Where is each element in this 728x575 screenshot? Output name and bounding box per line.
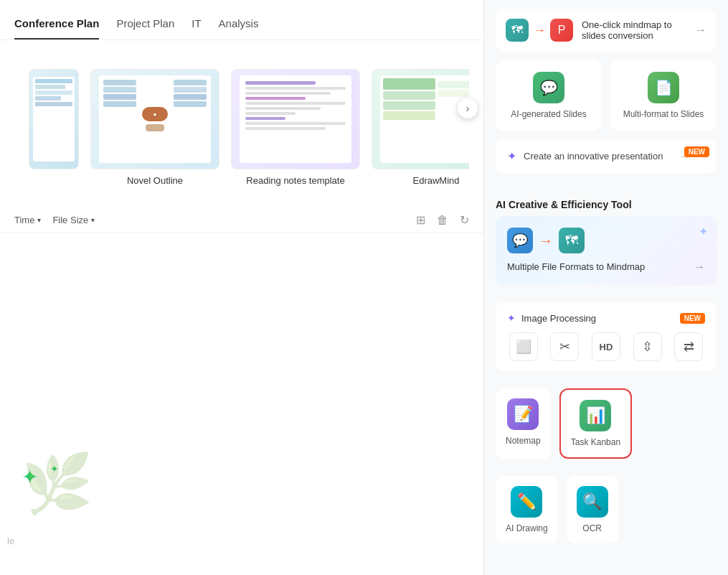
hd-icon[interactable]: HD (592, 332, 620, 361)
file-grid: ● Novel Outline (14, 55, 469, 200)
task-kanban-icon: 📊 (580, 400, 611, 431)
ai-section-title: AI Creative & Efficiency Tool (484, 190, 728, 216)
chat-icon: 💬 (507, 228, 533, 253)
remove-bg-icon[interactable]: ✂ (550, 332, 579, 361)
multiformat-slides-label: Multi-format to Slides (623, 109, 704, 119)
create-card-text: Create an innovative presentation (524, 151, 672, 162)
grid-view-icon[interactable]: ⊞ (416, 213, 425, 227)
toolbar: Time ▾ File Size ▾ ⊞ 🗑 ↻ (0, 207, 483, 233)
resize-icon[interactable]: ⇳ (633, 332, 662, 361)
ai-sparkle-icon: ✦ (507, 312, 516, 324)
notemap-label: Notemap (506, 436, 541, 446)
image-proc-icons: ⬜ ✂ HD ⇳ ⇄ (507, 332, 705, 361)
oneclick-arrow-icon: → (695, 24, 706, 37)
notemap-icon: 📝 (507, 398, 539, 430)
tab-it[interactable]: IT (192, 11, 201, 39)
tab-conference[interactable]: Conference Plan (14, 11, 99, 39)
list-item[interactable]: ● Novel Outline (90, 69, 219, 186)
multiformat-slides-icon: 📄 (648, 72, 679, 103)
right-panel: 🗺 → P One-click mindmap to slides conver… (484, 0, 728, 575)
oneclick-desc: One-click mindmap to slides conversion (582, 19, 686, 41)
image-processing-card: ✦ Image Processing NEW ⬜ ✂ HD ⇳ ⇄ (496, 302, 717, 371)
create-presentation-card[interactable]: ✦ Create an innovative presentation → NE… (496, 139, 717, 173)
task-kanban-label: Task Kanban (571, 437, 620, 447)
tab-project[interactable]: Project Plan (116, 11, 174, 39)
ai-drawing-card[interactable]: ✏️ AI Drawing (496, 476, 558, 543)
oneclick-mindmap-card[interactable]: 🗺 → P One-click mindmap to slides conver… (496, 9, 717, 52)
filesize-chevron-icon: ▾ (91, 216, 95, 224)
tab-bar: Conference Plan Project Plan IT Analysis (0, 0, 483, 40)
sparkle-corner-icon: ✦ (699, 225, 708, 238)
multiformat-icons-row: 💬 → 🗺 (507, 228, 705, 253)
empty-area: ✦ ✦ 🌿 le (0, 233, 483, 575)
multiformat-mindmap-card[interactable]: ✦ 💬 → 🗺 Multiple File Formats to Mindmap… (496, 216, 717, 285)
ai-slides-card[interactable]: 💬 AI-generated Slides (496, 60, 602, 131)
notemap-card[interactable]: 📝 Notemap (496, 388, 551, 459)
filesize-sort[interactable]: File Size ▾ (52, 215, 95, 225)
refresh-icon[interactable]: ↻ (460, 213, 469, 227)
transform-icon[interactable]: ⇄ (674, 332, 703, 361)
time-chevron-icon: ▾ (37, 216, 41, 224)
enhance-icon[interactable]: ⬜ (509, 332, 538, 361)
list-item[interactable] (29, 69, 79, 186)
tab-analysis[interactable]: Analysis (219, 11, 259, 39)
image-proc-header: ✦ Image Processing NEW (507, 312, 705, 324)
ai-slides-label: AI-generated Slides (511, 109, 586, 119)
multiformat-arrow-icon: → (694, 261, 705, 274)
slides-icon: P (550, 19, 573, 42)
arrow-right-icon: → (533, 23, 546, 38)
image-proc-new-badge: NEW (680, 313, 705, 324)
file-name: Novel Outline (127, 175, 183, 186)
time-label: Time (14, 215, 34, 225)
file-name: EdrawMind (412, 175, 459, 186)
sparkle-card-icon: ✦ (507, 149, 516, 163)
mindmap2-icon: 🗺 (559, 228, 585, 253)
ocr-label: OCR (582, 523, 602, 533)
file-name: Reading notes template (246, 175, 344, 186)
left-panel: Conference Plan Project Plan IT Analysis (0, 0, 483, 575)
list-item[interactable]: Reading notes template (231, 69, 360, 186)
multiformat-slides-card[interactable]: 📄 Multi-format to Slides (610, 60, 717, 131)
image-proc-label: Image Processing (521, 313, 596, 324)
ai-slides-icon: 💬 (533, 72, 564, 103)
empty-text: le (7, 536, 14, 546)
delete-icon[interactable]: 🗑 (437, 214, 448, 227)
arrow-flow-icon: → (539, 233, 553, 249)
time-sort[interactable]: Time ▾ (14, 215, 41, 225)
ocr-card[interactable]: 🔍 OCR (567, 476, 618, 543)
ai-drawing-icon: ✏️ (511, 486, 542, 518)
leaf-decoration: 🌿 (22, 450, 93, 518)
new-badge: NEW (684, 146, 709, 157)
list-item[interactable]: EdrawMind (372, 69, 469, 186)
multiformat-desc: Multiple File Formats to Mindmap (507, 261, 645, 274)
ai-drawing-label: AI Drawing (506, 523, 548, 533)
next-button[interactable]: › (458, 98, 478, 118)
task-kanban-card[interactable]: 📊 Task Kanban (559, 388, 632, 459)
mindmap-icon: 🗺 (506, 19, 529, 42)
ocr-icon: 🔍 (577, 486, 608, 518)
filesize-label: File Size (52, 215, 88, 225)
